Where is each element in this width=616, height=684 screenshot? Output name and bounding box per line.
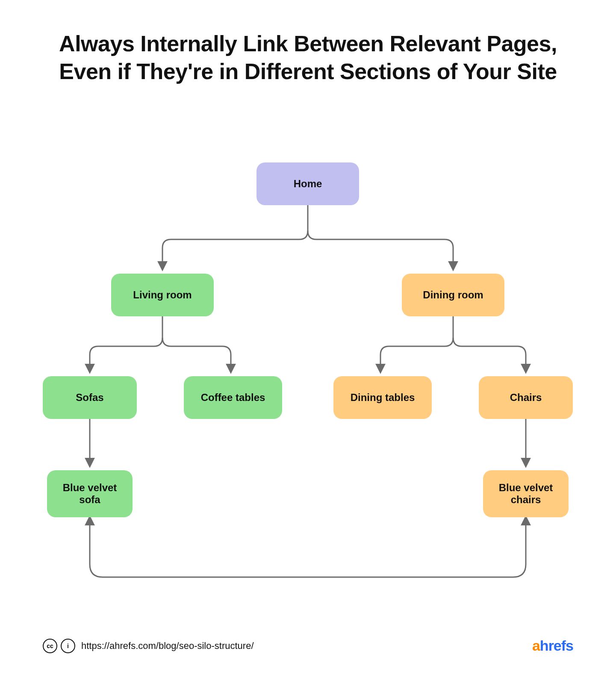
footer-left: cc i https://ahrefs.com/blog/seo-silo-st… [43,639,254,653]
connector-layer [0,0,616,684]
node-dining-tables: Dining tables [333,376,432,419]
node-home: Home [256,162,359,205]
diagram-canvas: Always Internally Link Between Relevant … [0,0,616,684]
node-dining-room: Dining room [402,274,504,316]
diagram-title: Always Internally Link Between Relevant … [0,30,616,86]
footer: cc i https://ahrefs.com/blog/seo-silo-st… [43,637,573,654]
node-coffee-tables: Coffee tables [184,376,282,419]
node-living-room: Living room [111,274,214,316]
node-blue-velvet-sofa: Blue velvet sofa [47,470,133,517]
node-sofas: Sofas [43,376,137,419]
node-chairs: Chairs [479,376,573,419]
brand-logo: ahrefs [532,637,573,654]
node-blue-velvet-chairs: Blue velvet chairs [483,470,569,517]
source-url: https://ahrefs.com/blog/seo-silo-structu… [81,640,254,652]
cc-license-icon: cc i [43,639,75,653]
